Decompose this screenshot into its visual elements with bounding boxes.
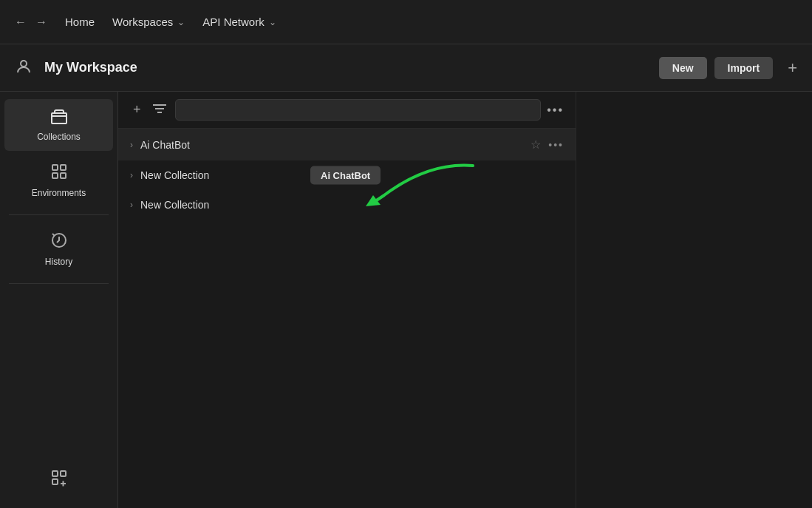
sidebar-bottom [0, 458, 117, 508]
new-button[interactable]: New [659, 57, 707, 79]
sidebar-item-explore[interactable] [4, 460, 113, 499]
user-icon [15, 58, 35, 78]
home-nav-link[interactable]: Home [65, 16, 95, 28]
workspace-header: My Workspace New Import + [0, 44, 812, 92]
nav-arrows: ← → [15, 16, 47, 29]
workspace-left: My Workspace [15, 58, 137, 78]
sidebar: Collections Environments [0, 92, 118, 508]
svg-point-0 [21, 61, 27, 67]
svg-rect-9 [61, 471, 66, 476]
back-button[interactable]: ← [15, 16, 27, 29]
sidebar-history-label: History [45, 257, 72, 267]
collections-icon [50, 108, 68, 128]
svg-rect-1 [52, 113, 66, 123]
svg-rect-8 [52, 471, 58, 476]
collection-more-button[interactable]: ••• [548, 139, 564, 151]
workspaces-label: Workspaces [112, 16, 173, 28]
main-layout: Collections Environments [0, 92, 812, 508]
sidebar-collections-label: Collections [37, 132, 81, 142]
environments-icon [50, 163, 68, 184]
filter-button[interactable] [150, 99, 169, 121]
workspace-title: My Workspace [44, 60, 137, 75]
svg-rect-4 [61, 165, 66, 170]
sidebar-divider-2 [9, 283, 109, 284]
content-area: + ••• › Ai ChatBot ☆ ••• › [118, 92, 576, 508]
svg-rect-10 [52, 479, 58, 484]
sidebar-divider [9, 214, 109, 215]
workspaces-nav-link[interactable]: Workspaces ⌄ [112, 16, 185, 28]
workspaces-chevron-icon: ⌄ [177, 17, 185, 27]
workspace-actions: New Import + [659, 57, 797, 79]
toolbar-more-button[interactable]: ••• [547, 104, 564, 117]
svg-rect-6 [61, 173, 66, 178]
favorite-star-icon[interactable]: ☆ [530, 138, 541, 152]
sidebar-environments-label: Environments [32, 188, 86, 198]
chevron-right-icon: › [130, 170, 133, 180]
svg-rect-5 [52, 173, 58, 178]
api-network-label: API Network [202, 16, 264, 28]
search-input[interactable] [175, 99, 542, 121]
chevron-right-icon: › [130, 200, 133, 210]
add-collection-button[interactable]: + [130, 99, 144, 121]
api-network-nav-link[interactable]: API Network ⌄ [202, 16, 276, 28]
sidebar-item-history[interactable]: History [4, 223, 113, 276]
collections-toolbar: + ••• [118, 92, 576, 129]
svg-rect-3 [52, 165, 58, 170]
sidebar-item-collections[interactable]: Collections [4, 99, 113, 151]
history-icon [50, 231, 68, 253]
top-nav: ← → Home Workspaces ⌄ API Network ⌄ [0, 0, 812, 44]
explore-icon [50, 469, 68, 490]
collection-name: Ai ChatBot [140, 139, 530, 151]
collection-item-new-2[interactable]: › New Collection [118, 190, 576, 220]
forward-button[interactable]: → [35, 16, 47, 29]
sidebar-item-environments[interactable]: Environments [4, 154, 113, 207]
collection-tooltip-badge: Ai ChatBot [310, 166, 381, 185]
add-tab-button[interactable]: + [788, 58, 797, 78]
chevron-right-icon: › [130, 140, 133, 150]
collection-name: New Collection [140, 199, 564, 211]
import-button[interactable]: Import [714, 57, 774, 79]
right-panel [576, 92, 812, 508]
collection-item-ai-chatbot[interactable]: › Ai ChatBot ☆ ••• [118, 129, 576, 160]
collection-item-new-1[interactable]: › New Collection Ai ChatBot [118, 160, 576, 190]
api-network-chevron-icon: ⌄ [269, 17, 276, 27]
